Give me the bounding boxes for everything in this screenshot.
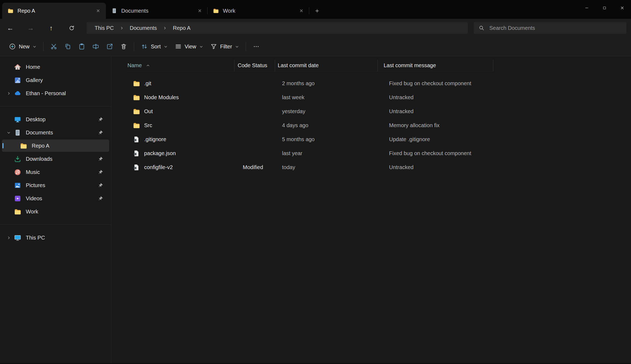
- file-row-out[interactable]: Out yesterday Untracked: [127, 104, 631, 118]
- file-list-pane: Name Code Status Last commit date Last c…: [111, 56, 631, 364]
- plus-icon: [315, 8, 320, 13]
- toolbar-divider: [246, 42, 246, 51]
- toolbar-divider: [43, 42, 44, 51]
- selection-accent-bar: [2, 143, 3, 148]
- tab-work[interactable]: Work: [208, 3, 309, 19]
- sidebar-item-ethan-personal[interactable]: Ethan - Personal: [2, 87, 109, 99]
- close-tab-icon[interactable]: [94, 6, 103, 15]
- file-row-src[interactable]: Src 4 days ago Memory allocation fix: [127, 118, 631, 132]
- sidebar: Home Gallery Ethan - Personal Desktop: [0, 56, 111, 364]
- chevron-down-icon[interactable]: [7, 131, 11, 135]
- sort-button[interactable]: Sort: [137, 40, 171, 53]
- folder-icon: [133, 80, 140, 87]
- column-header-last-commit-message[interactable]: Last commit message: [377, 60, 493, 71]
- folder-icon: [20, 142, 27, 149]
- view-button-label: View: [185, 44, 196, 50]
- command-toolbar: New Sort View Filter: [0, 37, 631, 56]
- sidebar-item-music[interactable]: Music: [2, 166, 109, 178]
- gallery-icon: [14, 77, 21, 84]
- new-tab-button[interactable]: [311, 5, 323, 17]
- sidebar-item-desktop[interactable]: Desktop: [2, 113, 109, 126]
- scissors-icon: [50, 43, 57, 50]
- column-header-name[interactable]: Name: [127, 60, 234, 71]
- close-tab-icon[interactable]: [297, 6, 306, 15]
- more-button[interactable]: [249, 40, 263, 53]
- file-icon: [133, 136, 140, 143]
- videos-icon: [14, 195, 21, 202]
- delete-button[interactable]: [117, 40, 131, 53]
- minimize-button[interactable]: [578, 0, 596, 16]
- sidebar-item-work[interactable]: Work: [2, 205, 109, 218]
- chevron-right-icon[interactable]: [7, 236, 11, 240]
- paste-button[interactable]: [75, 40, 89, 53]
- sidebar-item-this-pc[interactable]: This PC: [2, 231, 109, 244]
- tab-documents[interactable]: Documents: [106, 3, 208, 19]
- breadcrumb-documents[interactable]: Documents: [127, 24, 159, 32]
- file-row-node-modules[interactable]: Node Modules last week Untracked: [127, 90, 631, 104]
- filter-funnel-icon: [210, 43, 217, 50]
- tab-bar: Repo A Documents Work: [0, 0, 631, 19]
- chevron-right-icon: ›: [164, 24, 166, 31]
- breadcrumb-repo-a[interactable]: Repo A: [171, 24, 193, 32]
- search-input[interactable]: [489, 25, 622, 31]
- up-button[interactable]: ↑: [44, 22, 59, 34]
- home-icon: [14, 63, 21, 71]
- file-row-gitignore[interactable]: .gitignore 5 months ago Update .gitignor…: [127, 132, 631, 146]
- file-icon: [133, 150, 140, 157]
- tab-label: Work: [223, 8, 297, 14]
- file-row-package-json[interactable]: package.json last year Fixed bug on chec…: [127, 146, 631, 160]
- chevron-right-icon: ›: [121, 24, 123, 31]
- folder-icon: [133, 108, 140, 115]
- file-row-configfile-v2[interactable]: configfile-v2 Modified today Untracked: [127, 160, 631, 174]
- maximize-button[interactable]: [596, 0, 613, 16]
- sidebar-item-downloads[interactable]: Downloads: [2, 153, 109, 165]
- view-lines-icon: [175, 43, 182, 50]
- sidebar-item-label: Music: [26, 169, 40, 175]
- music-icon: [14, 169, 21, 176]
- search-box[interactable]: [474, 22, 626, 34]
- document-icon: [14, 129, 21, 136]
- refresh-button[interactable]: [64, 22, 79, 34]
- chevron-down-icon: [199, 45, 203, 49]
- window-controls: [578, 0, 631, 16]
- view-button[interactable]: View: [171, 40, 207, 53]
- pin-icon: [98, 196, 103, 201]
- sidebar-item-pictures[interactable]: Pictures: [2, 179, 109, 191]
- new-button[interactable]: New: [5, 40, 40, 53]
- sidebar-item-videos[interactable]: Videos: [2, 192, 109, 205]
- column-header-code-status[interactable]: Code Status: [234, 60, 275, 71]
- breadcrumb-this-pc[interactable]: This PC: [92, 24, 116, 32]
- sidebar-item-label: Desktop: [26, 116, 45, 123]
- rename-icon: [92, 43, 99, 50]
- sidebar-item-home[interactable]: Home: [2, 61, 109, 73]
- folder-icon: [8, 8, 13, 14]
- sidebar-divider: [0, 106, 111, 106]
- breadcrumb[interactable]: This PC › Documents › Repo A: [87, 22, 468, 34]
- share-button[interactable]: [103, 40, 117, 53]
- sidebar-item-gallery[interactable]: Gallery: [2, 74, 109, 86]
- chevron-right-icon[interactable]: [7, 91, 11, 95]
- file-row-git[interactable]: .git 2 months ago Fixed bug on checkout …: [127, 76, 631, 90]
- sidebar-item-documents[interactable]: Documents: [2, 126, 109, 139]
- chevron-down-icon: [33, 45, 37, 49]
- close-button[interactable]: [613, 0, 631, 16]
- folder-icon: [133, 94, 140, 101]
- pictures-icon: [14, 182, 21, 189]
- toolbar-divider: [134, 42, 134, 51]
- column-header-last-commit-date[interactable]: Last commit date: [275, 60, 377, 71]
- column-divider: [493, 60, 493, 71]
- desktop-icon: [14, 116, 21, 123]
- tab-repo-a[interactable]: Repo A: [2, 3, 106, 19]
- tab-label: Documents: [121, 8, 195, 14]
- filter-button[interactable]: Filter: [207, 40, 243, 53]
- copy-button[interactable]: [61, 40, 75, 53]
- rename-button[interactable]: [89, 40, 103, 53]
- back-button[interactable]: ←: [3, 22, 18, 34]
- forward-button[interactable]: →: [23, 22, 38, 34]
- pin-icon: [98, 170, 103, 175]
- sidebar-item-label: Home: [26, 64, 40, 70]
- close-tab-icon[interactable]: [195, 6, 204, 15]
- pin-icon: [98, 183, 103, 188]
- cut-button[interactable]: [47, 40, 61, 53]
- sidebar-item-repo-a[interactable]: Repo A: [2, 140, 109, 152]
